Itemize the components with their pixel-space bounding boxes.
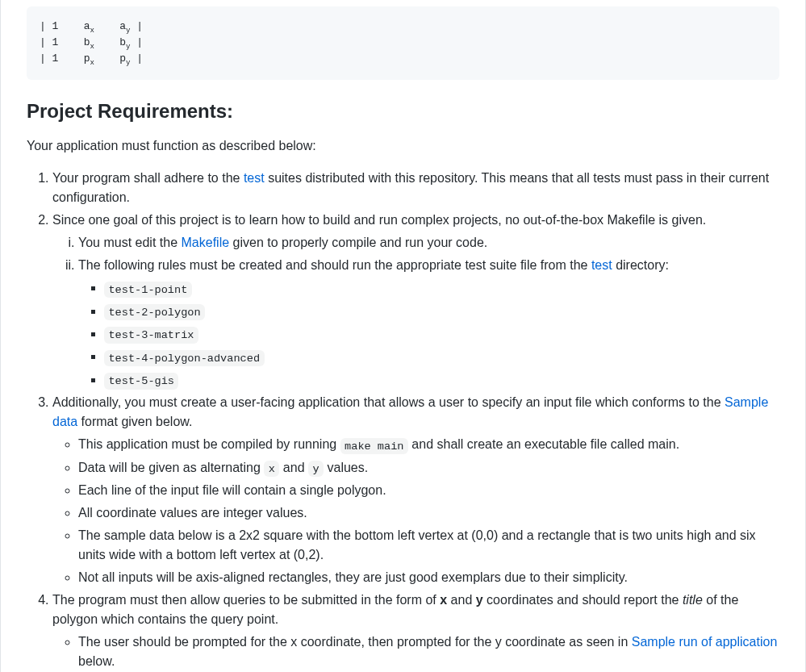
code-make-rule: test-3-matrix bbox=[104, 327, 198, 343]
make-rule-item: test-2-polygon bbox=[104, 302, 779, 321]
requirement-item-4: The program must then allow queries to b… bbox=[52, 591, 779, 671]
bold-y: y bbox=[476, 593, 483, 607]
matrix-row: | 1 ax ay | bbox=[40, 20, 143, 32]
requirement-item-2: Since one goal of this project is to lea… bbox=[52, 211, 779, 390]
requirement-item-4a: The user should be prompted for the x co… bbox=[78, 632, 779, 671]
requirement-item-2i: You must edit the Makefile given to prop… bbox=[78, 233, 779, 253]
matrix-codeblock: | 1 ax ay | | 1 bx by | | 1 px py | bbox=[27, 6, 779, 80]
matrix-row: | 1 bx by | bbox=[40, 36, 143, 48]
link-sample-run[interactable]: Sample run of application bbox=[632, 635, 778, 649]
readme-content: | 1 ax ay | | 1 bx by | | 1 px py | Proj… bbox=[27, 0, 779, 671]
link-makefile[interactable]: Makefile bbox=[182, 236, 230, 249]
code-make-rule: test-2-polygon bbox=[104, 304, 205, 320]
requirement-item-3f: Not all inputs will be axis-aligned rect… bbox=[78, 568, 779, 587]
code-make-rule: test-1-point bbox=[104, 282, 192, 298]
code-make-main: make main bbox=[340, 438, 408, 454]
requirement-item-1: Your program shall adhere to the test su… bbox=[52, 169, 779, 207]
make-rule-item: test-4-polygon-advanced bbox=[104, 347, 779, 366]
requirement-item-3e: The sample data below is a 2x2 square wi… bbox=[78, 526, 779, 565]
requirements-list: Your program shall adhere to the test su… bbox=[27, 169, 779, 671]
bold-x: x bbox=[440, 593, 447, 607]
code-make-rule: test-4-polygon-advanced bbox=[104, 350, 265, 366]
italic-title: title bbox=[683, 593, 703, 607]
code-x: x bbox=[264, 461, 279, 477]
matrix-row: | 1 px py | bbox=[40, 52, 143, 65]
make-rule-item: test-5-gis bbox=[104, 370, 779, 390]
requirement-item-3c: Each line of the input file will contain… bbox=[78, 481, 779, 500]
requirement-item-3b: Data will be given as alternating x and … bbox=[78, 458, 779, 478]
requirement-item-2ii: The following rules must be created and … bbox=[78, 256, 779, 390]
make-rule-item: test-3-matrix bbox=[104, 324, 779, 344]
make-rule-item: test-1-point bbox=[104, 278, 779, 298]
requirement-item-3a: This application must be compiled by run… bbox=[78, 435, 779, 454]
link-test-suites[interactable]: test bbox=[244, 171, 265, 185]
requirement-item-3d: All coordinate values are integer values… bbox=[78, 503, 779, 523]
link-test-dir[interactable]: test bbox=[591, 258, 612, 272]
intro-paragraph: Your application must function as descri… bbox=[27, 136, 779, 156]
code-y: y bbox=[308, 461, 324, 477]
requirement-item-3: Additionally, you must create a user-fac… bbox=[52, 393, 779, 587]
code-make-rule: test-5-gis bbox=[104, 373, 178, 389]
section-heading-requirements: Project Requirements: bbox=[27, 99, 779, 123]
